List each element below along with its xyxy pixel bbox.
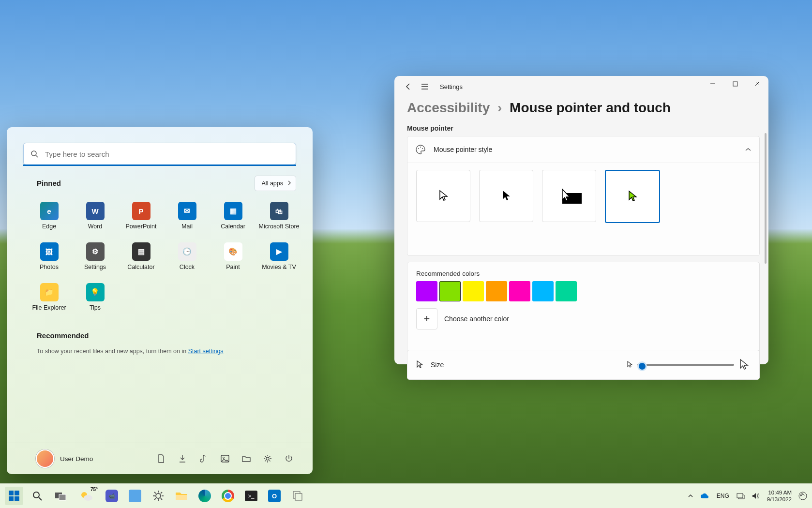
settings-icon[interactable] (263, 454, 272, 463)
color-swatch[interactable] (556, 281, 577, 301)
svg-point-7 (418, 148, 419, 149)
volume-icon[interactable] (752, 492, 760, 500)
app-label: Clock (180, 264, 195, 270)
pinned-app-edge[interactable]: eEdge (26, 199, 72, 239)
window-controls (702, 76, 768, 91)
pinned-app-clock[interactable]: 🕒Clock (164, 239, 210, 280)
svg-point-9 (422, 148, 423, 149)
color-swatch[interactable] (416, 281, 437, 301)
back-button[interactable] (404, 82, 413, 91)
search-input[interactable] (44, 149, 289, 159)
choose-color-button[interactable]: + (416, 308, 437, 329)
pinned-app-settings[interactable]: ⚙Settings (72, 239, 118, 280)
taskbar-app[interactable] (288, 487, 307, 505)
pinned-app-photos[interactable]: 🖼Photos (26, 239, 72, 280)
minimize-button[interactable] (702, 76, 724, 91)
pictures-icon[interactable] (221, 454, 229, 463)
color-swatch[interactable] (463, 281, 484, 301)
maximize-button[interactable] (724, 76, 746, 91)
taskbar-teams[interactable]: 📹 (103, 487, 121, 505)
section-header: Mouse pointer (407, 124, 453, 132)
app-icon: ▶ (270, 242, 288, 261)
user-name[interactable]: User Demo (60, 455, 93, 463)
start-settings-link[interactable]: Start settings (188, 348, 224, 355)
taskbar-outlook[interactable]: O (265, 487, 284, 505)
search-box[interactable] (23, 143, 296, 165)
start-footer: User Demo (7, 443, 313, 474)
color-swatch[interactable] (486, 281, 507, 301)
svg-point-4 (266, 457, 269, 460)
pointer-style-white[interactable] (416, 170, 470, 222)
downloads-icon[interactable] (178, 454, 187, 463)
pinned-app-movies-tv[interactable]: ▶Movies & TV (256, 239, 302, 280)
language-indicator[interactable]: ENG (717, 493, 729, 499)
pointer-style-label: Mouse pointer style (434, 146, 492, 153)
recommended-colors-label: Recommended colors (416, 270, 751, 277)
pinned-app-powerpoint[interactable]: PPowerPoint (118, 199, 164, 239)
chevron-right-icon (287, 179, 292, 186)
app-label: Tips (90, 304, 101, 311)
chevron-right-icon: › (497, 100, 502, 115)
pinned-app-calendar[interactable]: ▦Calendar (210, 199, 256, 239)
color-swatches (416, 281, 751, 301)
taskbar-weather[interactable]: 75° (75, 487, 98, 505)
taskbar-taskview[interactable] (51, 487, 70, 505)
documents-icon[interactable] (157, 454, 165, 463)
pinned-app-word[interactable]: WWord (72, 199, 118, 239)
pinned-app-mail[interactable]: ✉Mail (164, 199, 210, 239)
file-explorer-icon[interactable] (242, 454, 251, 463)
notifications-icon[interactable] (798, 492, 807, 500)
pinned-app-calculator[interactable]: ▤Calculator (118, 239, 164, 280)
taskbar-chrome[interactable] (219, 487, 237, 505)
taskbar-edge[interactable] (195, 487, 214, 505)
svg-point-20 (84, 495, 92, 501)
clock[interactable]: 10:49 AM 9/13/2022 (767, 489, 792, 503)
app-label: Calendar (221, 223, 245, 230)
recommended-header: Recommended (37, 331, 89, 340)
svg-point-26 (799, 492, 807, 500)
size-label: Size (431, 361, 444, 369)
taskbar-search[interactable] (28, 487, 46, 505)
onedrive-icon[interactable] (700, 493, 710, 499)
all-apps-button[interactable]: All apps (255, 176, 296, 191)
taskbar-settings[interactable] (149, 487, 167, 505)
app-icon: 🎨 (224, 242, 242, 261)
app-icon: 🛍 (270, 202, 288, 220)
pointer-style-custom[interactable] (605, 170, 660, 223)
svg-point-8 (420, 147, 421, 148)
svg-rect-18 (59, 494, 66, 500)
app-label: Paint (226, 264, 240, 270)
app-label: Movies & TV (262, 264, 296, 270)
size-slider[interactable] (637, 364, 734, 366)
app-label: Edge (42, 223, 56, 230)
pinned-app-paint[interactable]: 🎨Paint (210, 239, 256, 280)
music-icon[interactable] (199, 454, 208, 463)
slider-thumb[interactable] (637, 361, 647, 371)
breadcrumb-parent[interactable]: Accessibility (407, 100, 490, 115)
app-label: Settings (84, 264, 106, 270)
start-button[interactable] (5, 487, 23, 505)
pinned-app-microsoft-store[interactable]: 🛍Microsoft Store (256, 199, 302, 239)
power-icon[interactable] (285, 454, 293, 463)
color-swatch[interactable] (532, 281, 554, 301)
pointer-style-inverted[interactable] (542, 170, 596, 222)
scrollbar[interactable] (765, 133, 767, 264)
breadcrumb-current: Mouse pointer and touch (510, 100, 671, 115)
taskbar-terminal[interactable]: >_ (242, 487, 260, 505)
taskbar-explorer[interactable] (172, 487, 191, 505)
pointer-style-header[interactable]: Mouse pointer style (407, 136, 759, 163)
color-swatch[interactable] (509, 281, 530, 301)
menu-button[interactable] (421, 82, 429, 91)
color-swatch[interactable] (439, 281, 461, 301)
tray-overflow-icon[interactable] (688, 493, 693, 498)
pointer-style-black[interactable] (479, 170, 533, 222)
cursor-min-icon (627, 361, 632, 369)
pinned-app-tips[interactable]: 💡Tips (72, 280, 118, 321)
close-button[interactable] (746, 76, 768, 91)
desktop: Pinned All apps eEdgeWWordPPowerPoint✉Ma… (0, 0, 812, 508)
taskbar-feedback[interactable] (126, 487, 144, 505)
pinned-app-file-explorer[interactable]: 📁File Explorer (26, 280, 72, 321)
user-avatar[interactable] (36, 449, 54, 468)
network-icon[interactable] (736, 492, 745, 500)
palette-icon (415, 144, 426, 155)
